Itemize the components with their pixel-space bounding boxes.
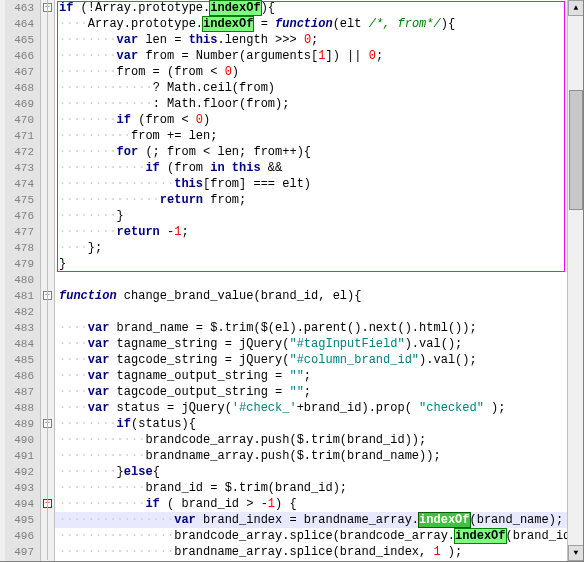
line-number: 465 xyxy=(5,32,34,48)
code-line[interactable]: ····Array.prototype.indexOf = function(e… xyxy=(55,16,584,32)
line-number: 493 xyxy=(5,480,34,496)
line-number: 487 xyxy=(5,384,34,400)
line-number: 485 xyxy=(5,352,34,368)
line-number: 491 xyxy=(5,448,34,464)
line-number: 472 xyxy=(5,144,34,160)
code-line[interactable]: ················this[from] === elt) xyxy=(55,176,584,192)
code-line[interactable]: ····var tagname_output_string = ""; xyxy=(55,368,584,384)
code-line[interactable]: ········} xyxy=(55,208,584,224)
code-line[interactable]: ········var from = Number(arguments[1]) … xyxy=(55,48,584,64)
search-match: indexOf xyxy=(419,513,469,527)
scroll-up-button[interactable]: ▲ xyxy=(568,0,584,16)
code-line[interactable]: ····var status = jQuery('#check_'+brand_… xyxy=(55,400,584,416)
line-number: 484 xyxy=(5,336,34,352)
code-line[interactable]: ··········from += len; xyxy=(55,128,584,144)
line-number: 488 xyxy=(5,400,34,416)
code-line[interactable]: if (!Array.prototype.indexOf){ xyxy=(55,0,584,16)
line-number-gutter: 4634644654664674684694704714724734744754… xyxy=(5,0,41,561)
line-number: 494 xyxy=(5,496,34,512)
code-line[interactable]: ··············return from; xyxy=(55,192,584,208)
line-number: 468 xyxy=(5,80,34,96)
line-number: 492 xyxy=(5,464,34,480)
code-line[interactable]: ········}else{ xyxy=(55,464,584,480)
code-line[interactable]: ················var brand_index = brandn… xyxy=(55,512,584,528)
code-line[interactable]: function change_brand_value(brand_id, el… xyxy=(55,288,584,304)
fold-column: −−−− xyxy=(41,0,55,561)
code-line[interactable]: ·············: Math.floor(from); xyxy=(55,96,584,112)
code-line[interactable]: ····var brand_name = $.trim($(el).parent… xyxy=(55,320,584,336)
line-number: 480 xyxy=(5,272,34,288)
code-line[interactable]: ············brandname_array.push($.trim(… xyxy=(55,448,584,464)
line-number: 489 xyxy=(5,416,34,432)
line-number: 496 xyxy=(5,528,34,544)
line-number: 470 xyxy=(5,112,34,128)
search-match: indexOf xyxy=(203,17,253,31)
line-number: 467 xyxy=(5,64,34,80)
line-number: 477 xyxy=(5,224,34,240)
line-number: 464 xyxy=(5,16,34,32)
code-line[interactable]: ·············? Math.ceil(from) xyxy=(55,80,584,96)
vertical-scrollbar[interactable]: ▲ ▼ xyxy=(567,0,583,561)
search-match: indexOf xyxy=(210,1,260,15)
code-content[interactable]: if (!Array.prototype.indexOf){····Array.… xyxy=(55,0,584,561)
code-line[interactable]: ········for (; from < len; from++){ xyxy=(55,144,584,160)
line-number: 486 xyxy=(5,368,34,384)
code-line[interactable]: ········from = (from < 0) xyxy=(55,64,584,80)
line-number: 481 xyxy=(5,288,34,304)
line-number: 463 xyxy=(5,0,34,16)
scroll-down-button[interactable]: ▼ xyxy=(568,545,584,561)
line-number: 471 xyxy=(5,128,34,144)
line-number: 476 xyxy=(5,208,34,224)
line-number: 490 xyxy=(5,432,34,448)
code-line[interactable]: ········return -1; xyxy=(55,224,584,240)
code-line[interactable]: ········var len = this.length >>> 0; xyxy=(55,32,584,48)
code-editor: 4634644654664674684694704714724734744754… xyxy=(0,0,583,561)
code-line[interactable]: ············brandcode_array.push($.trim(… xyxy=(55,432,584,448)
line-number: 482 xyxy=(5,304,34,320)
code-line[interactable]: ················brandname_array.splice(b… xyxy=(55,544,584,560)
code-line[interactable]: ····}; xyxy=(55,240,584,256)
line-number: 475 xyxy=(5,192,34,208)
code-line[interactable]: ····var tagname_string = jQuery("#tagInp… xyxy=(55,336,584,352)
code-line[interactable]: ················brandcode_array.splice(b… xyxy=(55,528,584,544)
line-number: 497 xyxy=(5,544,34,560)
code-line[interactable]: ········if (from < 0) xyxy=(55,112,584,128)
code-line[interactable]: ············brand_id = $.trim(brand_id); xyxy=(55,480,584,496)
code-line[interactable] xyxy=(55,272,584,288)
code-line[interactable]: ········if(status){ xyxy=(55,416,584,432)
code-line[interactable] xyxy=(55,304,584,320)
line-number: 478 xyxy=(5,240,34,256)
search-match: indexOf xyxy=(455,529,505,543)
code-line[interactable]: ············if (from in this && xyxy=(55,160,584,176)
code-line[interactable]: ····var tagcode_output_string = ""; xyxy=(55,384,584,400)
line-number: 495 xyxy=(5,512,34,528)
code-line[interactable]: ····var tagcode_string = jQuery("#column… xyxy=(55,352,584,368)
line-number: 473 xyxy=(5,160,34,176)
code-line[interactable]: ············if ( brand_id > -1) { xyxy=(55,496,584,512)
line-number: 469 xyxy=(5,96,34,112)
line-number: 483 xyxy=(5,320,34,336)
line-number: 474 xyxy=(5,176,34,192)
line-number: 466 xyxy=(5,48,34,64)
line-number: 479 xyxy=(5,256,34,272)
scrollbar-thumb[interactable] xyxy=(569,90,583,210)
code-line[interactable]: } xyxy=(55,256,584,272)
